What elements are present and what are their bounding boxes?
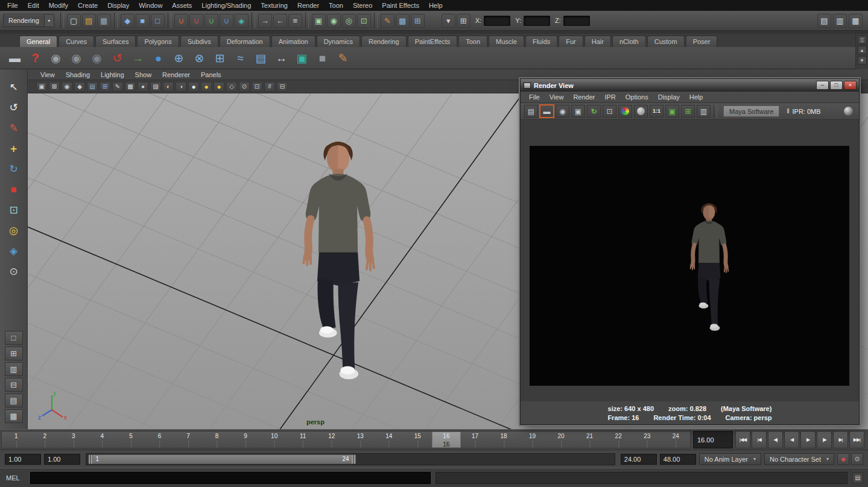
snap-to-curves-icon[interactable]: ∪ — [189, 14, 203, 28]
image-plane-icon[interactable]: ▤ — [87, 82, 98, 92]
range-start-handle[interactable] — [89, 455, 93, 463]
play-forward-button[interactable]: ▶ — [800, 431, 816, 448]
panel-menu-item[interactable]: View — [35, 71, 60, 78]
layout-two-pane-side-button[interactable]: ▥ — [5, 362, 23, 376]
open-image-icon[interactable]: ▤ — [524, 105, 538, 118]
camera-aim-up-icon[interactable]: ◉ — [88, 49, 106, 67]
selection-mask-caret-icon[interactable]: ▾ — [442, 14, 455, 28]
save-scene-icon[interactable]: ▦ — [97, 14, 111, 28]
toolbar-divider[interactable] — [60, 13, 64, 28]
go-to-end-button[interactable]: ▶▶| — [849, 431, 864, 448]
minimize-button[interactable]: – — [816, 81, 829, 90]
maximize-button[interactable]: □ — [830, 81, 843, 90]
camera-icon[interactable]: ◉ — [47, 49, 65, 67]
shelf-tab[interactable]: Fur — [559, 36, 583, 47]
input-connections-icon[interactable]: → — [258, 14, 272, 28]
animation-end-field[interactable]: 48.00 — [660, 454, 696, 465]
anim-layer-dropdown[interactable]: No Anim Layer ▾ — [699, 453, 761, 465]
menu-item[interactable]: Render — [293, 0, 324, 11]
universal-manipulator-icon[interactable]: ⊡ — [5, 202, 22, 218]
isolate-select-icon[interactable]: ⊙ — [239, 82, 250, 92]
render-region-icon[interactable]: ⊡ — [603, 105, 616, 118]
layout-hypershade-persp-button[interactable]: ▦ — [5, 409, 23, 423]
panel-menu-item[interactable]: Show — [130, 71, 157, 78]
graph-editor-icon[interactable]: ≈ — [232, 49, 249, 67]
select-camera-icon[interactable]: ▣ — [36, 82, 47, 92]
character-set-dropdown[interactable]: No Character Set ▾ — [764, 453, 834, 465]
dope-sheet-icon[interactable]: ▤ — [252, 49, 270, 67]
x-input[interactable] — [484, 16, 510, 26]
y-input[interactable] — [524, 16, 550, 26]
shelf-tab[interactable]: Deformation — [220, 36, 270, 47]
rgb-channels-icon[interactable] — [618, 105, 632, 118]
construction-history-icon[interactable]: ≡ — [288, 14, 302, 28]
default-material-ball-icon[interactable]: ● — [188, 82, 199, 92]
open-scene-icon[interactable]: ▤ — [82, 14, 96, 28]
playback-start-field[interactable]: 1.00 — [44, 454, 80, 465]
shelf-tab[interactable]: Rendering — [361, 36, 407, 47]
select-by-object-icon[interactable]: ■ — [136, 14, 150, 28]
step-forward-key-button[interactable]: ▶| — [833, 431, 848, 448]
exposure-icon[interactable]: ▣ — [665, 105, 679, 118]
hypershade-icon[interactable]: ⊞ — [211, 49, 229, 67]
shading-swatch-icon[interactable] — [844, 107, 853, 116]
shelf-tab[interactable]: Animation — [271, 36, 315, 47]
character-model[interactable] — [269, 136, 411, 392]
shelf-tab[interactable]: Fluids — [525, 36, 557, 47]
help-icon[interactable]: ? — [27, 49, 44, 67]
snapshot-icon[interactable]: ◉ — [556, 105, 569, 118]
one-to-one-icon[interactable]: 1:1 — [650, 105, 664, 118]
pencil-curve-tool-icon[interactable]: → — [129, 49, 147, 67]
layout-single-pane-button[interactable]: □ — [5, 331, 23, 345]
menu-item[interactable]: Modify — [44, 0, 73, 11]
hypergraph-hierarchy-icon[interactable]: ⊕ — [170, 49, 188, 67]
render-view-menu-item[interactable]: View — [545, 93, 569, 101]
lock-camera-icon[interactable]: ⊠ — [49, 82, 60, 92]
channel-box-toggle-icon[interactable]: ▦ — [849, 14, 863, 28]
alpha-channel-icon[interactable] — [634, 105, 648, 118]
render-slate-icon[interactable]: ▬ — [6, 49, 24, 67]
shelf-scroll-down-icon[interactable]: ▾ — [858, 56, 867, 64]
script-editor-icon[interactable]: ▤ — [852, 473, 863, 483]
output-connections-icon[interactable]: ← — [273, 14, 287, 28]
command-input[interactable] — [30, 472, 431, 484]
nurbs-sphere-icon[interactable]: ● — [150, 49, 167, 67]
shelf-scroll-up-icon[interactable]: ▴ — [858, 46, 867, 54]
new-scene-icon[interactable]: ▢ — [67, 14, 81, 28]
animation-preferences-icon[interactable]: ⊙ — [851, 453, 863, 465]
poly-cube-icon[interactable]: ■ — [314, 49, 331, 67]
ipr-render-icon[interactable]: ◎ — [342, 14, 356, 28]
renderer-selector-dropdown[interactable]: Maya Software — [723, 105, 779, 117]
soft-modification-tool-icon[interactable]: ◎ — [5, 222, 22, 238]
lasso-select-tool-icon[interactable]: ↺ — [5, 99, 22, 115]
wireframe-mode-icon[interactable]: ▩ — [125, 82, 136, 92]
move-tool-icon[interactable]: + — [5, 140, 22, 156]
hypergraph-connections-icon[interactable]: ⊗ — [191, 49, 208, 67]
close-button[interactable]: × — [844, 81, 857, 90]
menu-item[interactable]: Create — [73, 0, 103, 11]
field-chart-icon[interactable]: # — [264, 82, 275, 92]
menu-item[interactable]: Assets — [167, 0, 197, 11]
snap-to-grids-icon[interactable]: ∪ — [174, 14, 188, 28]
command-output[interactable] — [436, 472, 847, 484]
snap-to-points-icon[interactable]: ∪ — [204, 14, 218, 28]
uv-editor-icon[interactable]: ⊞ — [411, 14, 425, 28]
paint-effects-panel-icon[interactable]: ✎ — [381, 14, 394, 28]
render-view-menu-item[interactable]: Help — [685, 93, 708, 101]
menu-item[interactable]: Display — [103, 0, 134, 11]
shelf-trash-icon[interactable]: ▯ — [858, 36, 867, 44]
lighting-icon[interactable]: ◐ — [163, 82, 174, 92]
shelf-tab[interactable]: Surfaces — [95, 36, 136, 47]
selected-lights-ball-icon[interactable]: ● — [214, 82, 224, 92]
grease-pencil-icon[interactable]: ✎ — [112, 82, 123, 92]
panel-menu-item[interactable]: Renderer — [157, 71, 195, 78]
shadows-icon[interactable]: ◑ — [176, 82, 186, 92]
render-view-menu-item[interactable]: Options — [621, 93, 653, 101]
step-forward-frame-button[interactable]: |▶ — [817, 431, 832, 448]
shelf-tab[interactable]: Custom — [647, 36, 685, 47]
menu-item[interactable]: File — [2, 0, 23, 11]
toolbar-divider[interactable] — [252, 13, 255, 28]
gamma-icon[interactable]: ⊞ — [681, 105, 695, 118]
render-view-menu-item[interactable]: File — [524, 93, 545, 101]
toolbar-divider[interactable] — [114, 13, 118, 28]
